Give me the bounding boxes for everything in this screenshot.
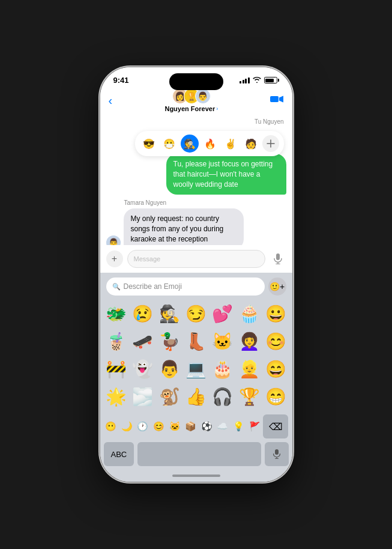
phone-screen: 9:41	[100, 67, 292, 482]
sparkle-emoji-icon: 🙂+	[270, 282, 285, 291]
mic-button[interactable]	[270, 250, 286, 267]
emoji-search-input[interactable]: 🔍 Describe an Emoji	[106, 278, 265, 296]
messages-area: Tu Nguyen 😎 😷 🕵️ 🔥 ✌️ 🧑	[100, 116, 292, 245]
back-button[interactable]: ‹	[109, 94, 113, 108]
group-chevron: ›	[216, 106, 218, 112]
video-button[interactable]	[270, 95, 283, 106]
svg-rect-0	[270, 96, 279, 102]
emoji-monkey[interactable]: 🐒	[157, 383, 182, 410]
emoji-search-bar: 🔍 Describe an Emoji 🙂+	[100, 273, 292, 299]
emoji-duck[interactable]: 🦆	[157, 328, 182, 354]
abc-label: ABC	[111, 450, 127, 459]
svg-rect-1	[276, 253, 280, 260]
emoji-keyboard: 🔍 Describe an Emoji 🙂+ 🐲 😢 🕵️ 😏 💕 🧁 😀 🧋 …	[100, 273, 292, 482]
kb-activities-icon[interactable]: ⚽	[199, 416, 214, 437]
home-indicator	[100, 470, 292, 482]
kb-travel-icon[interactable]: ☁️	[216, 416, 231, 437]
group-name: Nguyen Forever	[164, 105, 215, 112]
kb-objects-icon[interactable]: 💡	[231, 416, 246, 437]
emoji-laptop[interactable]: 💻	[183, 356, 208, 382]
bubble-green: Tu, please just focus on getting that ha…	[166, 154, 286, 195]
status-icons	[240, 77, 279, 84]
kb-recent-icon[interactable]: 🕐	[136, 416, 151, 437]
status-time: 9:41	[113, 76, 129, 85]
dynamic-island	[169, 73, 223, 90]
emoji-grid: 🐲 😢 🕵️ 😏 💕 🧁 😀 🧋 🛹 🦆 👢 🐱 👩‍🦱 😊 🚧 👻 👨 💻	[100, 299, 292, 412]
keyboard-spacebar-row: ABC	[100, 441, 292, 470]
battery-icon	[264, 77, 279, 83]
emoji-cake[interactable]: 🎂	[210, 356, 235, 382]
kb-space-button[interactable]	[137, 442, 261, 466]
input-bar: + Message	[100, 245, 292, 273]
tapback-emoji-1[interactable]: 😎	[140, 135, 158, 153]
kb-smileys-icon[interactable]: 😊	[151, 416, 166, 437]
plus-button[interactable]: +	[106, 250, 123, 267]
home-bar	[172, 475, 220, 477]
tapback-add-button[interactable]	[262, 135, 279, 152]
tapback-emoji-3-selected[interactable]: 🕵️	[181, 135, 199, 153]
nav-bar: ‹ 👩 🏆 👨 Nguyen Forever ›	[100, 87, 292, 116]
emoji-boba[interactable]: 🧋	[104, 328, 129, 354]
emoji-star-face[interactable]: 🌟	[104, 383, 129, 410]
emoji-grin2[interactable]: 😁	[263, 383, 288, 410]
avatar-2: 👨	[195, 88, 211, 104]
kb-animals-icon[interactable]: 🐱	[167, 416, 182, 437]
avatar-tamara: 👨	[106, 235, 121, 245]
bubble-gray: My only request: no country songs from a…	[124, 208, 244, 245]
tapback-emoji-4[interactable]: 🔥	[201, 135, 219, 153]
emoji-thumbsup[interactable]: 👍	[183, 383, 208, 410]
emoji-man[interactable]: 👨	[157, 356, 182, 382]
emoji-person-blond[interactable]: 👱	[237, 356, 262, 382]
emoji-trophy[interactable]: 🏆	[237, 383, 262, 410]
keyboard-icon-bar: 😶 🌙 🕐 😊 🐱 📦 ⚽ ☁️ 💡 🚩 ⌫	[100, 412, 292, 441]
tapback-row[interactable]: 😎 😷 🕵️ 🔥 ✌️ 🧑	[135, 131, 284, 156]
emoji-headphones[interactable]: 🎧	[210, 383, 235, 410]
emoji-hearts[interactable]: 💕	[210, 300, 235, 327]
sender-label-tu: Tu Nguyen	[106, 118, 286, 125]
kb-globe-icon[interactable]: 😶	[104, 416, 119, 437]
emoji-ghost[interactable]: 👻	[130, 356, 155, 382]
emoji-skateboard[interactable]: 🛹	[130, 328, 155, 354]
tapback-emoji-6[interactable]: 🧑	[242, 135, 260, 153]
sender-name-tamara: Tamara Nguyen	[106, 199, 286, 206]
emoji-search-placeholder: Describe an Emoji	[124, 282, 182, 291]
message-placeholder: Message	[134, 255, 161, 262]
svg-rect-4	[275, 449, 279, 455]
kb-mic-button[interactable]	[265, 442, 289, 466]
tapback-emoji-2[interactable]: 😷	[160, 135, 178, 153]
emoji-cat[interactable]: 🐱	[210, 328, 235, 354]
phone-device: 9:41	[100, 67, 292, 482]
emoji-person-purple[interactable]: 👩‍🦱	[237, 328, 262, 354]
kb-delete-button[interactable]: ⌫	[263, 414, 288, 438]
kb-moon-icon[interactable]: 🌙	[119, 416, 134, 437]
emoji-smile[interactable]: 😀	[263, 300, 288, 327]
nav-center[interactable]: 👩 🏆 👨 Nguyen Forever ›	[164, 88, 218, 112]
kb-food-icon[interactable]: 📦	[183, 416, 198, 437]
message-bubble-left: 👨 My only request: no country songs from…	[106, 208, 286, 245]
kb-symbols-icon[interactable]: 🚩	[247, 416, 262, 437]
emoji-cone[interactable]: 🚧	[104, 356, 129, 382]
emoji-laugh[interactable]: 😄	[263, 356, 288, 382]
signal-icon	[240, 77, 250, 83]
emoji-cloud[interactable]: 🌫️	[130, 383, 155, 410]
search-icon: 🔍	[112, 283, 121, 291]
emoji-grin[interactable]: 😊	[263, 328, 288, 354]
group-avatars: 👩 🏆 👨	[172, 88, 211, 104]
tapback-emoji-5[interactable]: ✌️	[222, 135, 240, 153]
wifi-icon	[253, 77, 261, 84]
message-input[interactable]: Message	[127, 250, 265, 268]
emoji-crown[interactable]: 🧁	[237, 300, 262, 327]
emoji-cry[interactable]: 😢	[130, 300, 155, 327]
emoji-dragon[interactable]: 🐲	[104, 300, 129, 327]
emoji-boots[interactable]: 👢	[183, 328, 208, 354]
emoji-spy[interactable]: 🕵️	[157, 300, 182, 327]
emoji-sparkle-button[interactable]: 🙂+	[268, 278, 286, 296]
message-bubble-right: Tu, please just focus on getting that ha…	[166, 154, 286, 195]
emoji-smirk[interactable]: 😏	[183, 300, 208, 327]
kb-abc-button[interactable]: ABC	[104, 442, 134, 466]
